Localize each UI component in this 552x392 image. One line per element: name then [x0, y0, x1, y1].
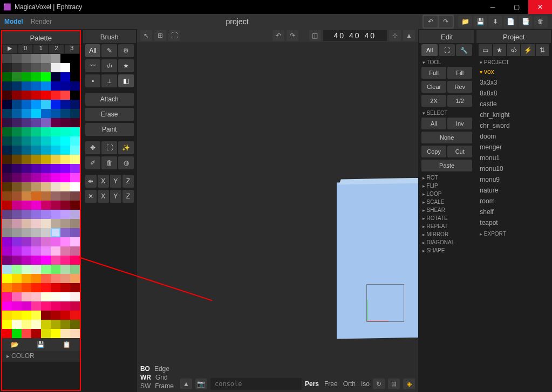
palette-swatch[interactable]: [12, 173, 22, 182]
palette-swatch[interactable]: [70, 182, 80, 191]
palette-swatch[interactable]: [2, 127, 12, 136]
2x-button[interactable]: 2X: [421, 95, 446, 107]
palette-swatch[interactable]: [41, 182, 51, 191]
undo-button[interactable]: ↶: [424, 16, 438, 27]
palette-swatch[interactable]: [12, 228, 22, 237]
select-section[interactable]: SELECT: [422, 110, 471, 116]
palette-swatch[interactable]: [51, 54, 60, 63]
cam-free[interactable]: Free: [324, 380, 338, 388]
brush-extrude-icon[interactable]: ⟂: [101, 74, 117, 87]
palette-swatch[interactable]: [60, 173, 70, 182]
palette-swatch[interactable]: [2, 81, 12, 91]
palette-swatch[interactable]: [60, 100, 70, 109]
palette-swatch[interactable]: [31, 164, 41, 173]
palette-swatch[interactable]: [60, 265, 70, 274]
palette-swatch[interactable]: [60, 228, 70, 237]
palette-swatch[interactable]: [31, 311, 41, 320]
palette-swatch[interactable]: [31, 219, 41, 228]
half-button[interactable]: 1/2: [447, 95, 472, 107]
project-item[interactable]: chr_sword: [480, 122, 548, 129]
palette-swatch[interactable]: [51, 173, 60, 182]
fit-icon[interactable]: ⊹: [389, 30, 401, 41]
palette-swatch[interactable]: [41, 311, 51, 320]
project-item[interactable]: castle: [480, 100, 548, 108]
palette-swatch[interactable]: [41, 246, 51, 256]
palette-swatch[interactable]: [2, 182, 12, 191]
palette-swatch[interactable]: [60, 256, 70, 265]
dimensions[interactable]: 40 40 40: [323, 30, 387, 41]
palette-swatch[interactable]: [41, 155, 51, 164]
palette-swatch[interactable]: [60, 246, 70, 256]
palette-swatch[interactable]: [60, 237, 70, 246]
project-item[interactable]: teapot: [480, 219, 548, 226]
delete-icon[interactable]: 🗑: [534, 16, 548, 27]
palette-swatch[interactable]: [60, 311, 70, 320]
project-item[interactable]: monu1: [480, 154, 548, 162]
palette-swatch[interactable]: [12, 301, 22, 311]
palette-swatch[interactable]: [31, 329, 41, 338]
select-icon[interactable]: ⛶: [101, 141, 117, 154]
project-section[interactable]: PROJECT: [480, 59, 548, 65]
palette-swatch[interactable]: [12, 201, 22, 210]
edit-section-loop[interactable]: LOOP: [422, 191, 471, 197]
project-tab-fx-icon[interactable]: ⚡: [521, 44, 534, 56]
brush-line-icon[interactable]: ✎: [101, 44, 117, 57]
palette-swatch[interactable]: [2, 210, 12, 219]
fill-icon[interactable]: ◍: [118, 156, 134, 169]
palette-swatch[interactable]: [41, 210, 51, 219]
palette-swatch[interactable]: [2, 164, 12, 173]
palette-swatch[interactable]: [22, 136, 31, 146]
palette-swatch[interactable]: [31, 100, 41, 109]
palette-swatch[interactable]: [41, 191, 51, 201]
palette-swatch[interactable]: [41, 173, 51, 182]
palette-swatch[interactable]: [51, 91, 60, 100]
palette-swatch[interactable]: [60, 274, 70, 283]
palette-swatch[interactable]: [51, 109, 60, 118]
palette-swatch[interactable]: [22, 54, 31, 63]
grid-icon[interactable]: ⊞: [154, 30, 166, 41]
palette-swatch[interactable]: [22, 301, 31, 311]
palette-swatch[interactable]: [31, 283, 41, 292]
palette-swatch[interactable]: [70, 91, 80, 100]
palette-swatch[interactable]: [31, 191, 41, 201]
edit-section-rotate[interactable]: ROTATE: [422, 215, 471, 221]
palette-swatch[interactable]: [2, 118, 12, 127]
console-toggle-icon[interactable]: ▲: [180, 379, 192, 389]
select-all-button[interactable]: All: [421, 118, 446, 129]
brush-all-button[interactable]: All: [85, 44, 101, 57]
palette-swatch[interactable]: [2, 283, 12, 292]
palette-swatch[interactable]: [41, 301, 51, 311]
fill-button[interactable]: Fill: [447, 67, 472, 79]
palette-swatch[interactable]: [70, 155, 80, 164]
brush-star-icon[interactable]: ★: [118, 59, 134, 72]
paste-button[interactable]: Paste: [421, 160, 472, 171]
palette-swatch[interactable]: [70, 311, 80, 320]
palette-swatch[interactable]: [12, 164, 22, 173]
palette-swatch[interactable]: [70, 81, 80, 91]
palette-swatch[interactable]: [41, 256, 51, 265]
palette-swatch[interactable]: [41, 292, 51, 301]
palette-swatch[interactable]: [51, 118, 60, 127]
palette-swatch[interactable]: [22, 118, 31, 127]
palette-swatch[interactable]: [60, 54, 70, 63]
palette-swatch[interactable]: [60, 63, 70, 72]
palette-swatch[interactable]: [60, 146, 70, 155]
palette-swatch[interactable]: [22, 127, 31, 136]
palette-swatch[interactable]: [70, 219, 80, 228]
palette-swatch[interactable]: [51, 311, 60, 320]
palette-swatch[interactable]: [12, 155, 22, 164]
palette-swatch[interactable]: [22, 219, 31, 228]
palette-swatch[interactable]: [31, 256, 41, 265]
palette-swatch[interactable]: [22, 155, 31, 164]
palette-swatch[interactable]: [22, 63, 31, 72]
project-tab-code-icon[interactable]: ‹/›: [507, 44, 520, 56]
palette-swatch[interactable]: [51, 146, 60, 155]
palette-swatch[interactable]: [12, 265, 22, 274]
edit-section-shape[interactable]: SHAPE: [422, 247, 471, 253]
palette-swatch[interactable]: [60, 329, 70, 338]
palette-swatch[interactable]: [70, 173, 80, 182]
edit-section-repeat[interactable]: REPEAT: [422, 223, 471, 229]
refresh-icon[interactable]: ↻: [373, 379, 385, 389]
axis-y[interactable]: Y: [110, 175, 121, 188]
palette-swatch[interactable]: [12, 210, 22, 219]
